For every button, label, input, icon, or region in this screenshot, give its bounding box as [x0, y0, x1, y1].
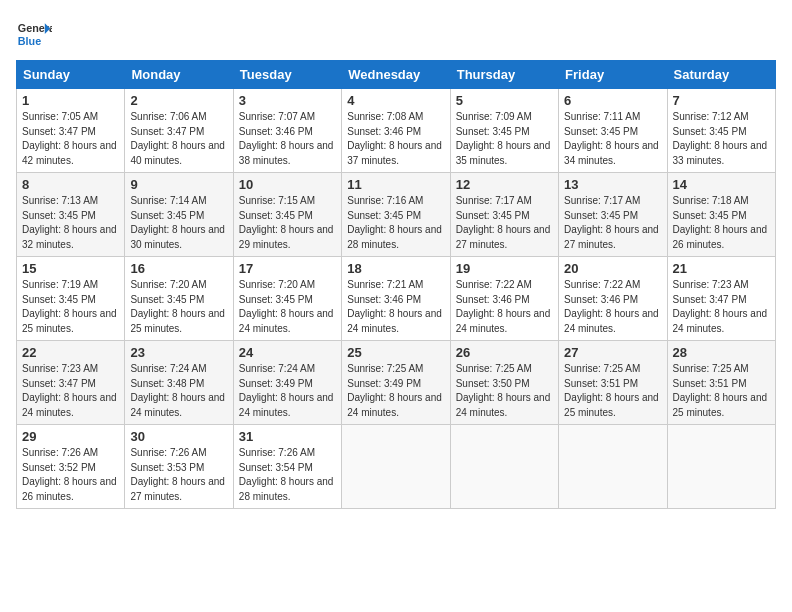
- calendar-day-16: 16 Sunrise: 7:20 AMSunset: 3:45 PMDaylig…: [125, 257, 233, 341]
- day-number: 10: [239, 177, 336, 192]
- logo: General Blue: [16, 16, 52, 52]
- calendar-day-25: 25 Sunrise: 7:25 AMSunset: 3:49 PMDaylig…: [342, 341, 450, 425]
- calendar-week-1: 1 Sunrise: 7:05 AMSunset: 3:47 PMDayligh…: [17, 89, 776, 173]
- calendar-day-4: 4 Sunrise: 7:08 AMSunset: 3:46 PMDayligh…: [342, 89, 450, 173]
- day-info: Sunrise: 7:25 AMSunset: 3:49 PMDaylight:…: [347, 363, 442, 418]
- logo-icon: General Blue: [16, 16, 52, 52]
- day-info: Sunrise: 7:22 AMSunset: 3:46 PMDaylight:…: [456, 279, 551, 334]
- calendar-day-11: 11 Sunrise: 7:16 AMSunset: 3:45 PMDaylig…: [342, 173, 450, 257]
- day-info: Sunrise: 7:26 AMSunset: 3:52 PMDaylight:…: [22, 447, 117, 502]
- day-number: 21: [673, 261, 770, 276]
- day-number: 15: [22, 261, 119, 276]
- calendar-day-18: 18 Sunrise: 7:21 AMSunset: 3:46 PMDaylig…: [342, 257, 450, 341]
- calendar-day-2: 2 Sunrise: 7:06 AMSunset: 3:47 PMDayligh…: [125, 89, 233, 173]
- page-header: General Blue: [16, 16, 776, 52]
- calendar-day-19: 19 Sunrise: 7:22 AMSunset: 3:46 PMDaylig…: [450, 257, 558, 341]
- day-info: Sunrise: 7:07 AMSunset: 3:46 PMDaylight:…: [239, 111, 334, 166]
- calendar-day-10: 10 Sunrise: 7:15 AMSunset: 3:45 PMDaylig…: [233, 173, 341, 257]
- day-number: 16: [130, 261, 227, 276]
- day-number: 26: [456, 345, 553, 360]
- day-number: 6: [564, 93, 661, 108]
- weekday-header-friday: Friday: [559, 61, 667, 89]
- day-info: Sunrise: 7:08 AMSunset: 3:46 PMDaylight:…: [347, 111, 442, 166]
- day-info: Sunrise: 7:24 AMSunset: 3:48 PMDaylight:…: [130, 363, 225, 418]
- calendar-day-23: 23 Sunrise: 7:24 AMSunset: 3:48 PMDaylig…: [125, 341, 233, 425]
- empty-cell: [450, 425, 558, 509]
- calendar-day-14: 14 Sunrise: 7:18 AMSunset: 3:45 PMDaylig…: [667, 173, 775, 257]
- calendar-week-4: 22 Sunrise: 7:23 AMSunset: 3:47 PMDaylig…: [17, 341, 776, 425]
- day-info: Sunrise: 7:16 AMSunset: 3:45 PMDaylight:…: [347, 195, 442, 250]
- day-number: 9: [130, 177, 227, 192]
- day-number: 13: [564, 177, 661, 192]
- day-info: Sunrise: 7:11 AMSunset: 3:45 PMDaylight:…: [564, 111, 659, 166]
- day-number: 19: [456, 261, 553, 276]
- day-number: 4: [347, 93, 444, 108]
- calendar-week-3: 15 Sunrise: 7:19 AMSunset: 3:45 PMDaylig…: [17, 257, 776, 341]
- day-info: Sunrise: 7:24 AMSunset: 3:49 PMDaylight:…: [239, 363, 334, 418]
- day-info: Sunrise: 7:23 AMSunset: 3:47 PMDaylight:…: [22, 363, 117, 418]
- day-number: 27: [564, 345, 661, 360]
- calendar-week-2: 8 Sunrise: 7:13 AMSunset: 3:45 PMDayligh…: [17, 173, 776, 257]
- day-info: Sunrise: 7:19 AMSunset: 3:45 PMDaylight:…: [22, 279, 117, 334]
- calendar-day-3: 3 Sunrise: 7:07 AMSunset: 3:46 PMDayligh…: [233, 89, 341, 173]
- day-number: 7: [673, 93, 770, 108]
- calendar-day-1: 1 Sunrise: 7:05 AMSunset: 3:47 PMDayligh…: [17, 89, 125, 173]
- day-info: Sunrise: 7:20 AMSunset: 3:45 PMDaylight:…: [130, 279, 225, 334]
- day-number: 8: [22, 177, 119, 192]
- day-info: Sunrise: 7:14 AMSunset: 3:45 PMDaylight:…: [130, 195, 225, 250]
- empty-cell: [342, 425, 450, 509]
- calendar-day-24: 24 Sunrise: 7:24 AMSunset: 3:49 PMDaylig…: [233, 341, 341, 425]
- day-info: Sunrise: 7:25 AMSunset: 3:50 PMDaylight:…: [456, 363, 551, 418]
- calendar-day-13: 13 Sunrise: 7:17 AMSunset: 3:45 PMDaylig…: [559, 173, 667, 257]
- day-info: Sunrise: 7:05 AMSunset: 3:47 PMDaylight:…: [22, 111, 117, 166]
- calendar-day-20: 20 Sunrise: 7:22 AMSunset: 3:46 PMDaylig…: [559, 257, 667, 341]
- day-number: 3: [239, 93, 336, 108]
- weekday-header-row: SundayMondayTuesdayWednesdayThursdayFrid…: [17, 61, 776, 89]
- day-number: 24: [239, 345, 336, 360]
- weekday-header-wednesday: Wednesday: [342, 61, 450, 89]
- day-number: 30: [130, 429, 227, 444]
- day-info: Sunrise: 7:25 AMSunset: 3:51 PMDaylight:…: [673, 363, 768, 418]
- day-info: Sunrise: 7:26 AMSunset: 3:53 PMDaylight:…: [130, 447, 225, 502]
- weekday-header-saturday: Saturday: [667, 61, 775, 89]
- day-number: 25: [347, 345, 444, 360]
- empty-cell: [559, 425, 667, 509]
- day-info: Sunrise: 7:17 AMSunset: 3:45 PMDaylight:…: [456, 195, 551, 250]
- calendar-day-29: 29 Sunrise: 7:26 AMSunset: 3:52 PMDaylig…: [17, 425, 125, 509]
- day-number: 14: [673, 177, 770, 192]
- day-number: 2: [130, 93, 227, 108]
- day-info: Sunrise: 7:09 AMSunset: 3:45 PMDaylight:…: [456, 111, 551, 166]
- weekday-header-tuesday: Tuesday: [233, 61, 341, 89]
- day-number: 20: [564, 261, 661, 276]
- day-number: 22: [22, 345, 119, 360]
- weekday-header-sunday: Sunday: [17, 61, 125, 89]
- day-info: Sunrise: 7:22 AMSunset: 3:46 PMDaylight:…: [564, 279, 659, 334]
- day-info: Sunrise: 7:17 AMSunset: 3:45 PMDaylight:…: [564, 195, 659, 250]
- day-number: 1: [22, 93, 119, 108]
- day-number: 12: [456, 177, 553, 192]
- weekday-header-monday: Monday: [125, 61, 233, 89]
- calendar-day-17: 17 Sunrise: 7:20 AMSunset: 3:45 PMDaylig…: [233, 257, 341, 341]
- calendar-day-28: 28 Sunrise: 7:25 AMSunset: 3:51 PMDaylig…: [667, 341, 775, 425]
- day-number: 17: [239, 261, 336, 276]
- calendar-day-15: 15 Sunrise: 7:19 AMSunset: 3:45 PMDaylig…: [17, 257, 125, 341]
- day-info: Sunrise: 7:18 AMSunset: 3:45 PMDaylight:…: [673, 195, 768, 250]
- calendar-day-6: 6 Sunrise: 7:11 AMSunset: 3:45 PMDayligh…: [559, 89, 667, 173]
- calendar-day-26: 26 Sunrise: 7:25 AMSunset: 3:50 PMDaylig…: [450, 341, 558, 425]
- day-info: Sunrise: 7:13 AMSunset: 3:45 PMDaylight:…: [22, 195, 117, 250]
- day-number: 5: [456, 93, 553, 108]
- calendar-day-31: 31 Sunrise: 7:26 AMSunset: 3:54 PMDaylig…: [233, 425, 341, 509]
- calendar-day-22: 22 Sunrise: 7:23 AMSunset: 3:47 PMDaylig…: [17, 341, 125, 425]
- day-info: Sunrise: 7:25 AMSunset: 3:51 PMDaylight:…: [564, 363, 659, 418]
- calendar-day-9: 9 Sunrise: 7:14 AMSunset: 3:45 PMDayligh…: [125, 173, 233, 257]
- calendar-day-8: 8 Sunrise: 7:13 AMSunset: 3:45 PMDayligh…: [17, 173, 125, 257]
- calendar-day-12: 12 Sunrise: 7:17 AMSunset: 3:45 PMDaylig…: [450, 173, 558, 257]
- day-info: Sunrise: 7:26 AMSunset: 3:54 PMDaylight:…: [239, 447, 334, 502]
- day-number: 23: [130, 345, 227, 360]
- calendar-week-5: 29 Sunrise: 7:26 AMSunset: 3:52 PMDaylig…: [17, 425, 776, 509]
- calendar-day-21: 21 Sunrise: 7:23 AMSunset: 3:47 PMDaylig…: [667, 257, 775, 341]
- day-number: 31: [239, 429, 336, 444]
- weekday-header-thursday: Thursday: [450, 61, 558, 89]
- day-info: Sunrise: 7:20 AMSunset: 3:45 PMDaylight:…: [239, 279, 334, 334]
- calendar-day-30: 30 Sunrise: 7:26 AMSunset: 3:53 PMDaylig…: [125, 425, 233, 509]
